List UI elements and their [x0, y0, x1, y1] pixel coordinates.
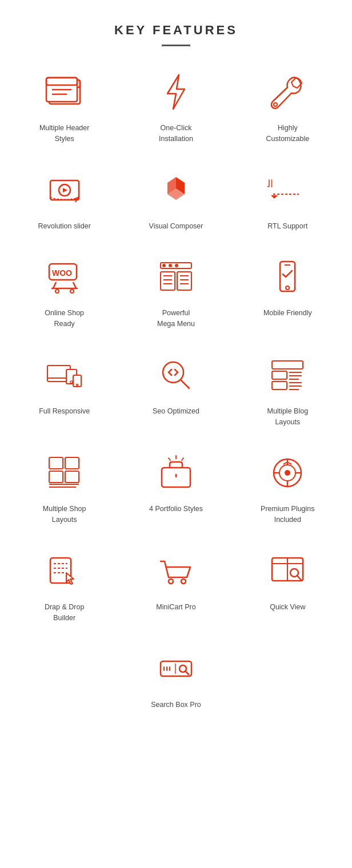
feature-item-one-click-installation: One-ClickInstallation: [123, 69, 229, 144]
svg-rect-39: [73, 375, 81, 387]
svg-point-65: [285, 470, 290, 476]
portfolio-icon: [150, 450, 202, 496]
svg-rect-27: [177, 272, 191, 290]
feature-item-4-portfolio-styles: 4 Portfolio Styles: [123, 450, 229, 525]
mobile-icon: [262, 254, 313, 300]
feature-item-multiple-blog-layouts: Multiple BlogLayouts: [235, 352, 341, 428]
feature-label: Mobile Friendly: [263, 308, 312, 319]
svg-rect-44: [272, 371, 287, 379]
svg-rect-31: [280, 262, 295, 291]
feature-item-seo-optimized: Seo Optimized: [123, 352, 229, 428]
feature-label: PowerfulMega Menu: [157, 308, 195, 329]
svg-line-84: [185, 671, 189, 674]
svg-point-41: [163, 362, 183, 383]
svg-rect-23: [161, 272, 175, 290]
wrench-icon: [262, 69, 313, 115]
svg-point-21: [169, 264, 172, 267]
svg-line-61: [169, 458, 170, 460]
megamenu-icon: [150, 254, 202, 300]
search-box-icon: [150, 646, 202, 692]
svg-point-9: [274, 103, 277, 106]
svg-point-17: [55, 290, 59, 293]
blog-icon: [262, 352, 313, 398]
seo-icon: [150, 352, 202, 398]
feature-label: 4 Portfolio Styles: [149, 504, 203, 515]
feature-label: Drap & DropBuilder: [45, 602, 84, 624]
svg-rect-48: [272, 381, 287, 389]
feature-label: Visual Composer: [149, 221, 203, 232]
header-icon: [39, 69, 90, 115]
svg-rect-55: [65, 471, 79, 483]
svg-text:العربية: العربية: [267, 178, 273, 190]
feature-item-minicart-pro: MiniCart Pro: [123, 548, 229, 624]
feature-label: One-ClickInstallation: [159, 123, 193, 144]
svg-point-70: [169, 579, 173, 584]
feature-item-highly-customizable: HighlyCustomizable: [235, 69, 341, 144]
svg-line-60: [182, 458, 183, 460]
feature-item-full-responsive: Full Responsive: [11, 352, 117, 428]
shop-icon: [39, 450, 90, 496]
bolt-icon: [150, 69, 202, 115]
quickview-icon: [262, 548, 313, 594]
feature-label: RTL Support: [267, 221, 307, 232]
responsive-icon: [39, 352, 90, 398]
feature-item-powerful-mega-menu: PowerfulMega Menu: [123, 254, 229, 329]
feature-label: Multiple HeaderStyles: [39, 123, 90, 144]
feature-item-search-box-pro: Search Box Pro: [121, 646, 231, 710]
features-grid: Multiple HeaderStyles One-ClickInstallat…: [11, 69, 341, 623]
svg-line-42: [181, 380, 189, 388]
feature-label: Seo Optimized: [153, 406, 199, 417]
feature-item-revolution-slider: Revolution slider: [11, 167, 117, 232]
svg-marker-12: [63, 188, 67, 192]
last-row: Search Box Pro: [11, 646, 341, 710]
feature-label: HighlyCustomizable: [266, 123, 309, 144]
feature-label: Multiple BlogLayouts: [267, 406, 309, 428]
svg-point-71: [181, 579, 186, 584]
feature-label: Multiple ShopLayouts: [43, 504, 86, 525]
feature-item-drag-drop-builder: Drap & DropBuilder: [11, 548, 117, 624]
feature-label: Revolution slider: [38, 221, 90, 232]
svg-line-76: [297, 576, 302, 581]
feature-item-multiple-header-styles: Multiple HeaderStyles: [11, 69, 117, 144]
minicart-icon: [150, 548, 202, 594]
woo-icon: WOO: [39, 254, 90, 300]
svg-rect-52: [49, 457, 63, 469]
rtl-icon: العربية: [262, 167, 313, 213]
page-wrapper: KEY FEATURES Multiple HeaderStyles: [0, 0, 352, 745]
svg-marker-8: [167, 75, 185, 109]
feature-item-mobile-friendly: Mobile Friendly: [235, 254, 341, 329]
feature-label: Quick View: [270, 602, 305, 613]
feature-item-visual-composer: Visual Composer: [123, 167, 229, 232]
feature-item-online-shop-ready: WOO Online ShopReady: [11, 254, 117, 329]
section-title: KEY FEATURES: [11, 23, 341, 38]
svg-point-32: [286, 286, 289, 290]
composer-icon: [150, 167, 202, 213]
feature-label: Full Responsive: [39, 406, 90, 417]
feature-item-rtl-support: العربية RTL Support: [235, 167, 341, 232]
slider-icon: [39, 167, 90, 213]
svg-text:WOO: WOO: [52, 268, 72, 278]
plugins-icon: [262, 450, 313, 496]
svg-rect-54: [49, 471, 63, 483]
feature-item-premium-plugins-included: Premium PluginsIncluded: [235, 450, 341, 525]
svg-point-20: [162, 264, 166, 267]
svg-point-22: [175, 264, 178, 267]
feature-item-multiple-shop-layouts: Multiple ShopLayouts: [11, 450, 117, 525]
feature-label: Premium PluginsIncluded: [261, 504, 314, 525]
svg-point-18: [70, 290, 74, 293]
feature-label: MiniCart Pro: [156, 602, 195, 613]
feature-item-quick-view: Quick View: [235, 548, 341, 624]
dragdrop-icon: [39, 548, 90, 594]
feature-label: Online ShopReady: [45, 308, 84, 329]
svg-rect-43: [272, 361, 303, 369]
svg-rect-53: [65, 457, 79, 469]
feature-label: Search Box Pro: [151, 700, 201, 710]
title-divider: [162, 45, 190, 46]
